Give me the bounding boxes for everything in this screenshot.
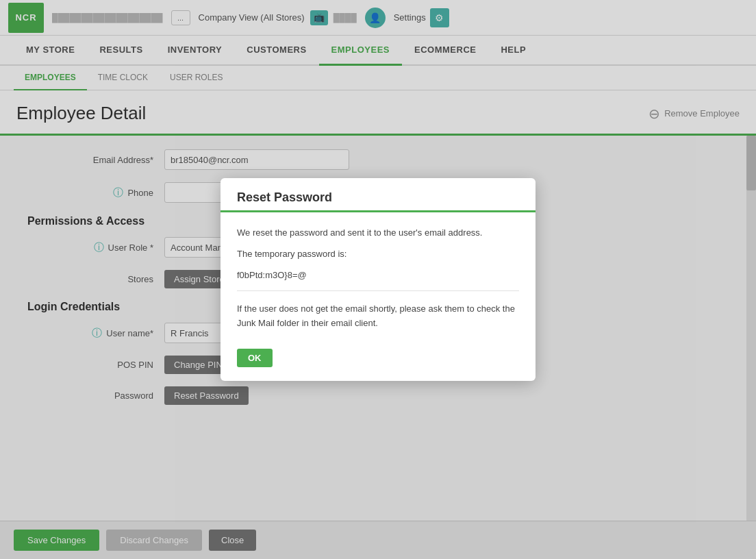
modal-body: We reset the password and sent it to the…	[220, 212, 536, 349]
modal-body-line2: The temporary password is:	[237, 247, 519, 262]
modal-ok-button[interactable]: OK	[237, 349, 273, 367]
modal-header: Reset Password	[220, 178, 536, 212]
modal-title: Reset Password	[237, 190, 519, 205]
modal-body-line1: We reset the password and sent it to the…	[237, 226, 519, 240]
modal-divider	[237, 290, 519, 291]
modal-body-line3: f0bPtd:m3O}8=@	[237, 269, 519, 283]
reset-password-modal: Reset Password We reset the password and…	[220, 178, 536, 381]
modal-footer: OK	[220, 349, 536, 381]
modal-overlay: Reset Password We reset the password and…	[0, 0, 756, 559]
modal-body-line4: If the user does not get the email short…	[237, 302, 519, 331]
